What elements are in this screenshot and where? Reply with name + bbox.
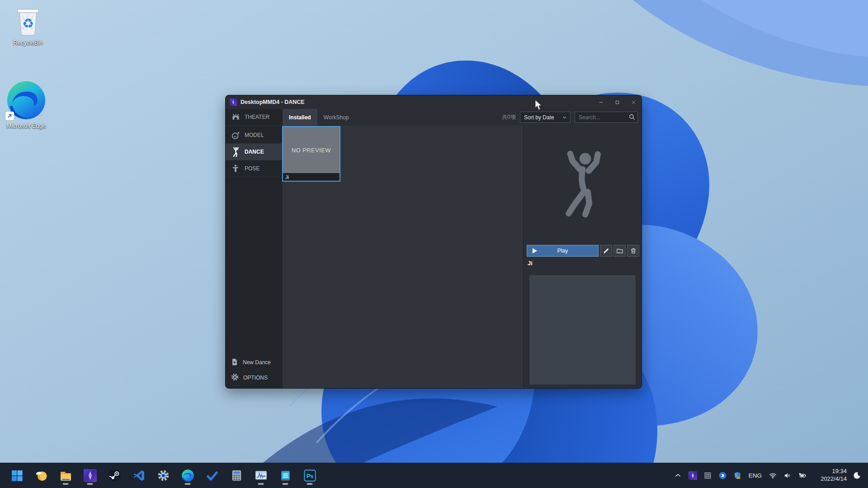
settings-button[interactable] bbox=[154, 465, 173, 486]
edge-icon bbox=[181, 469, 194, 482]
detail-title: Ji bbox=[528, 260, 533, 267]
notepad-button[interactable] bbox=[276, 465, 295, 486]
recycle-bin-icon: ♻ bbox=[12, 4, 44, 38]
trash-icon bbox=[630, 247, 637, 254]
file-explorer-icon bbox=[59, 469, 72, 482]
dance-icon bbox=[231, 147, 241, 157]
tray-battery-icon[interactable] bbox=[797, 470, 807, 480]
svg-text:Ps: Ps bbox=[306, 473, 313, 479]
desktop-icon-microsoft-edge[interactable]: Microsoft Edge bbox=[4, 80, 49, 130]
dance-card-ji[interactable]: NO PREVIEW Ji bbox=[282, 126, 340, 182]
performance-monitor-icon bbox=[255, 469, 268, 482]
sidebar-item-pose[interactable]: POSE bbox=[226, 160, 283, 177]
pencil-icon bbox=[603, 247, 610, 254]
model-icon bbox=[231, 130, 241, 140]
sidebar-spacer bbox=[226, 177, 283, 355]
steam-button[interactable] bbox=[105, 465, 124, 486]
running-indicator bbox=[283, 483, 288, 485]
tray-chevron-up-icon[interactable] bbox=[673, 470, 683, 480]
tray-wifi-icon[interactable] bbox=[768, 470, 778, 480]
minimize-button[interactable] bbox=[593, 95, 609, 109]
sidebar-item-label: New Dance bbox=[243, 359, 271, 366]
running-indicator bbox=[185, 483, 191, 485]
edge-button[interactable] bbox=[178, 465, 197, 486]
calculator-icon bbox=[230, 469, 243, 482]
task-manager-button[interactable] bbox=[251, 465, 270, 486]
file-explorer-button[interactable] bbox=[56, 465, 75, 486]
tray-moon-icon[interactable] bbox=[852, 470, 862, 480]
tab-label: Installed bbox=[289, 114, 311, 121]
photoshop-button[interactable]: Ps bbox=[300, 465, 319, 486]
tray-clock[interactable]: 19:34 2022/4/14 bbox=[812, 468, 847, 483]
sidebar-item-model[interactable]: MODEL bbox=[226, 127, 283, 144]
running-indicator bbox=[87, 483, 93, 485]
desktop-icon-label: RecycleBin bbox=[13, 39, 42, 47]
moon-weather-icon bbox=[35, 469, 48, 482]
photoshop-icon: Ps bbox=[303, 469, 316, 482]
tray-bluetooth-icon[interactable] bbox=[718, 470, 728, 480]
pose-icon bbox=[231, 164, 241, 174]
description-box bbox=[529, 275, 636, 385]
calculator-button[interactable] bbox=[227, 465, 246, 486]
start-button[interactable] bbox=[7, 465, 26, 486]
sidebar-item-label: DANCE bbox=[245, 149, 264, 155]
gear-icon bbox=[231, 373, 239, 383]
theater-icon bbox=[231, 112, 241, 122]
notepad-icon bbox=[279, 469, 292, 482]
tray-security-shield-icon[interactable] bbox=[733, 470, 743, 480]
sidebar-item-label: THEATER bbox=[245, 114, 269, 120]
tab-workshop[interactable]: WorkShop bbox=[317, 109, 355, 126]
tray-desktopmmd-icon[interactable] bbox=[688, 470, 698, 480]
vscode-button[interactable] bbox=[129, 465, 148, 486]
microsoft-todo-button[interactable] bbox=[203, 465, 222, 486]
desktop-icon-label: Microsoft Edge bbox=[7, 122, 46, 130]
running-indicator bbox=[63, 483, 69, 485]
sidebar-item-dance[interactable]: DANCE bbox=[226, 144, 283, 160]
sidebar-item-label: POSE bbox=[245, 165, 259, 172]
tray-date: 2022/4/14 bbox=[812, 475, 847, 483]
sort-dropdown[interactable]: Sort by Date bbox=[520, 112, 571, 123]
settings-gear-icon bbox=[157, 469, 170, 482]
card-no-preview: NO PREVIEW bbox=[283, 127, 340, 173]
play-button[interactable]: Play bbox=[527, 245, 599, 257]
widgets-weather-button[interactable] bbox=[32, 465, 51, 486]
desktopmmd-button[interactable] bbox=[80, 465, 99, 486]
dancer-silhouette-icon bbox=[560, 149, 605, 221]
card-title: Ji bbox=[283, 173, 340, 181]
maximize-button[interactable] bbox=[609, 95, 625, 109]
sidebar-item-theater[interactable]: THEATER bbox=[226, 109, 283, 126]
tab-installed[interactable]: Installed bbox=[283, 109, 317, 126]
delete-button[interactable] bbox=[627, 245, 639, 257]
tab-label: WorkShop bbox=[324, 114, 349, 121]
search-icon[interactable] bbox=[628, 113, 636, 121]
chevron-down-icon bbox=[562, 115, 567, 120]
tab-toolbar: Installed WorkShop 共0项 Sort by Date bbox=[283, 109, 642, 126]
new-file-icon bbox=[231, 358, 239, 367]
detail-panel: Play bbox=[523, 126, 642, 388]
svg-text:♻: ♻ bbox=[22, 16, 34, 31]
running-indicator bbox=[258, 483, 264, 485]
tray-time: 19:34 bbox=[812, 468, 847, 475]
taskbar: Ps bbox=[0, 463, 868, 488]
play-icon bbox=[533, 248, 537, 253]
app-icon[interactable] bbox=[230, 99, 237, 106]
sidebar: THEATER MODEL bbox=[226, 109, 283, 388]
tray-language-indicator[interactable]: ENG bbox=[748, 472, 763, 479]
window-titlebar[interactable]: DesktopMMD4 - DANCE bbox=[226, 95, 642, 109]
window-title: DesktopMMD4 - DANCE bbox=[241, 99, 305, 105]
desktop-icon-recycle-bin[interactable]: ♻ RecycleBin bbox=[5, 4, 51, 47]
shortcut-arrow-icon bbox=[5, 112, 14, 120]
close-button[interactable] bbox=[625, 95, 642, 109]
todo-check-icon bbox=[206, 469, 219, 482]
sidebar-item-options[interactable]: OPTIONS bbox=[226, 370, 283, 385]
play-button-label: Play bbox=[537, 248, 588, 254]
open-folder-button[interactable] bbox=[613, 245, 626, 257]
vscode-icon bbox=[132, 469, 146, 482]
windows-start-icon bbox=[10, 469, 24, 482]
sidebar-item-new-dance[interactable]: New Dance bbox=[226, 355, 283, 370]
system-tray: ENG bbox=[673, 463, 868, 488]
tray-volume-icon[interactable] bbox=[783, 470, 793, 480]
tray-grid-app-icon[interactable] bbox=[703, 470, 713, 480]
edit-button[interactable] bbox=[600, 245, 612, 257]
steam-icon bbox=[108, 469, 121, 482]
